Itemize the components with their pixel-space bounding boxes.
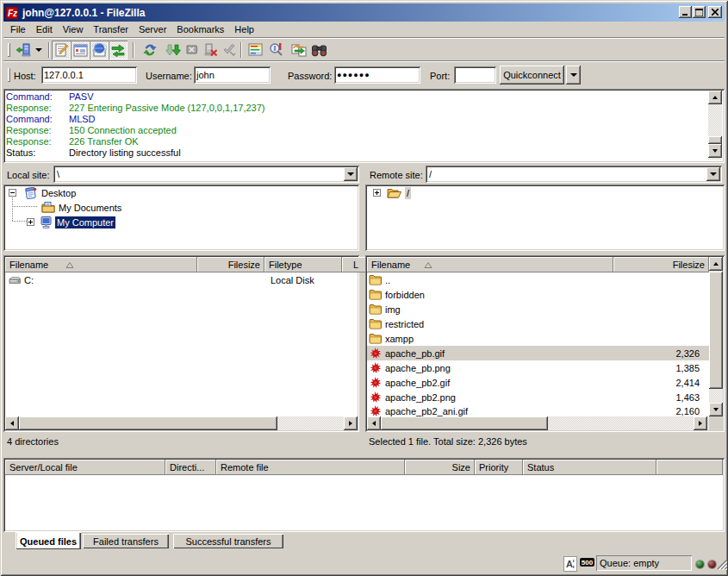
desktop-icon	[24, 186, 38, 200]
remote-file-row[interactable]: ..	[367, 272, 709, 287]
menu-transfer[interactable]: Transfer	[88, 22, 134, 36]
queue-header-size[interactable]: Size	[405, 460, 475, 475]
tree-label-my-documents[interactable]: My Documents	[57, 202, 123, 214]
log-message: Directory listing successful	[69, 147, 181, 159]
log-scroll-up-button[interactable]	[708, 91, 722, 104]
local-scroll-left-button[interactable]	[5, 416, 19, 430]
password-input[interactable]	[337, 69, 418, 81]
local-header-filetype[interactable]: Filetype	[264, 257, 342, 272]
log-scrollbar-thumb[interactable]	[708, 136, 722, 144]
remote-site-label: Remote site:	[370, 170, 423, 180]
remote-file-row[interactable]: apache_pb2.png 1,463	[367, 390, 709, 404]
site-manager-dropdown[interactable]	[33, 41, 45, 59]
process-queue-button[interactable]	[164, 41, 183, 59]
quickconnect-button[interactable]: Quickconnect	[500, 66, 564, 85]
local-site-combo[interactable]: \	[53, 166, 359, 183]
local-file-row-c-drive[interactable]: C: Local Disk	[5, 272, 345, 287]
toggle-remote-tree-button[interactable]	[90, 41, 109, 59]
remote-scroll-down-button[interactable]	[709, 403, 723, 416]
quickconnect-grip[interactable]	[8, 68, 10, 82]
queue-header-priority[interactable]: Priority	[475, 460, 523, 475]
site-manager-button[interactable]	[14, 41, 33, 59]
tab-label: Failed transfers	[93, 536, 159, 547]
refresh-button[interactable]	[140, 41, 159, 59]
reconnect-button[interactable]	[220, 41, 239, 59]
tree-item-my-computer[interactable]: My Computer	[9, 215, 115, 229]
tree-label-root[interactable]: /	[405, 187, 411, 199]
remote-tree-icon	[92, 43, 107, 58]
disconnect-icon	[203, 43, 218, 58]
queue-header-direction[interactable]: Directi...	[165, 460, 216, 475]
local-tree: Desktop My Documents My Computer	[3, 185, 359, 251]
remote-file-row[interactable]: img	[367, 302, 709, 316]
port-input[interactable]	[457, 69, 494, 81]
menu-help[interactable]: Help	[229, 22, 259, 36]
resize-grip[interactable]	[715, 558, 727, 570]
remote-file-row-selected[interactable]: apache_pb.gif 2,326	[367, 346, 709, 360]
dropdown-arrow-icon	[710, 172, 717, 176]
remote-site-combo[interactable]: /	[426, 166, 722, 183]
folder-icon	[369, 288, 383, 301]
toggle-queue-button[interactable]	[109, 41, 128, 59]
column-label: Size	[452, 462, 470, 473]
menu-view[interactable]: View	[58, 22, 89, 36]
menu-server[interactable]: Server	[134, 22, 171, 36]
tree-label-my-computer[interactable]: My Computer	[55, 216, 115, 229]
remote-vscrollbar-thumb[interactable]	[709, 272, 723, 389]
menu-bookmarks[interactable]: Bookmarks	[171, 22, 229, 36]
synchronized-browsing-button[interactable]	[289, 41, 308, 59]
tab-successful-transfers[interactable]: Successful transfers	[173, 534, 283, 548]
username-input[interactable]	[196, 69, 268, 81]
remote-scroll-right-button[interactable]	[694, 416, 707, 430]
tree-item-root[interactable]: /	[373, 185, 411, 200]
remote-file-row[interactable]: xampp	[367, 331, 709, 346]
expand-icon[interactable]	[27, 218, 34, 226]
remote-file-row[interactable]: forbidden	[367, 287, 709, 302]
remote-file-row[interactable]: apache_pb.png 1,385	[367, 360, 709, 375]
maximize-button[interactable]	[693, 6, 706, 18]
menu-edit[interactable]: Edit	[31, 22, 58, 36]
local-hscrollbar-thumb[interactable]	[19, 416, 277, 430]
quickconnect-dropdown[interactable]	[566, 66, 581, 85]
disconnect-button[interactable]	[201, 41, 220, 59]
filter-button[interactable]	[246, 41, 264, 59]
remote-file-row[interactable]: apache_pb2.gif 2,414	[367, 375, 709, 390]
local-file-list: Filename Filesize Filetype L C: Local Di…	[3, 255, 359, 432]
speed-limits-icon[interactable]: 500	[580, 558, 594, 567]
queue-header-server-local-file[interactable]: Server/Local file	[5, 460, 165, 475]
queue-header-status[interactable]: Status	[523, 460, 656, 475]
tree-item-my-documents[interactable]: My Documents	[9, 200, 123, 215]
toolbar-grip[interactable]	[8, 43, 10, 57]
remote-header-filesize[interactable]: Filesize	[613, 257, 709, 272]
remote-site-combo-button[interactable]	[706, 167, 720, 181]
cancel-button[interactable]	[183, 41, 202, 59]
remote-scroll-up-button[interactable]	[709, 257, 723, 271]
log-scroll-down-button[interactable]	[708, 144, 722, 158]
local-scroll-right-button[interactable]	[344, 416, 358, 430]
tab-queued-files[interactable]: Queued files	[16, 532, 81, 549]
local-tree-icon	[73, 43, 88, 58]
remote-scroll-left-button[interactable]	[367, 416, 381, 430]
local-site-combo-button[interactable]	[344, 167, 358, 181]
find-files-button[interactable]	[309, 41, 328, 59]
local-header-filesize[interactable]: Filesize	[197, 257, 264, 272]
host-input[interactable]	[44, 69, 134, 81]
menu-file[interactable]: File	[5, 22, 31, 36]
toggle-local-tree-button[interactable]	[71, 41, 90, 59]
local-header-filename[interactable]: Filename	[5, 257, 197, 272]
minimize-button[interactable]	[679, 6, 692, 18]
queue-header-remote-file[interactable]: Remote file	[216, 460, 405, 475]
collapse-icon[interactable]	[9, 189, 16, 197]
transfer-type-icon[interactable]: A	[563, 556, 577, 572]
compare-directories-button[interactable]	[267, 41, 286, 59]
tab-failed-transfers[interactable]: Failed transfers	[83, 534, 169, 548]
remote-file-row[interactable]: restricted	[367, 316, 709, 331]
remote-hscrollbar-thumb[interactable]	[381, 416, 548, 430]
message-log: Command: PASV Response: 227 Entering Pas…	[3, 89, 725, 163]
expand-icon[interactable]	[373, 189, 381, 197]
close-button[interactable]	[708, 6, 722, 18]
tree-item-desktop[interactable]: Desktop	[9, 185, 78, 200]
toggle-message-log-button[interactable]	[52, 41, 71, 59]
remote-header-filename[interactable]: Filename	[367, 257, 613, 272]
tree-label-desktop[interactable]: Desktop	[40, 187, 78, 199]
